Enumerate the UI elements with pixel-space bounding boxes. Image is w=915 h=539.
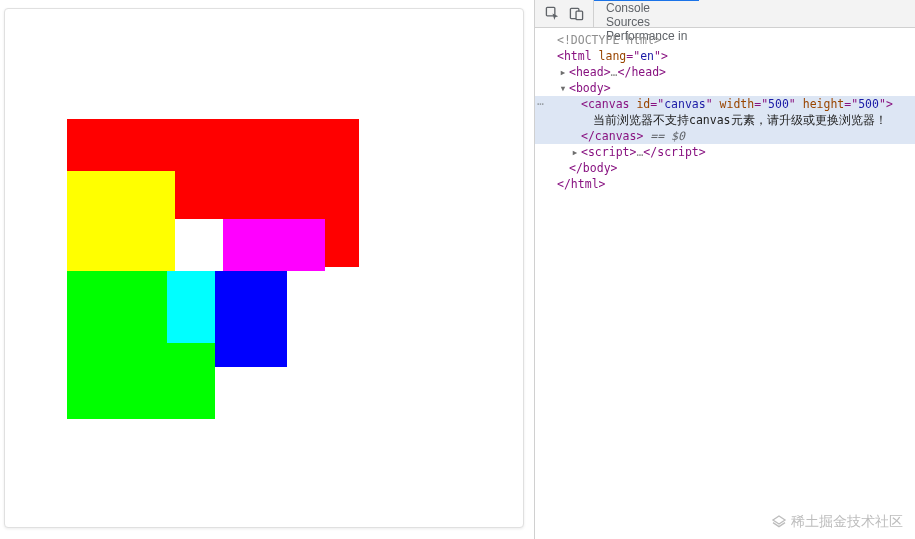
svg-rect-2 [576,11,583,19]
canvas-rect [175,219,223,271]
devtools-tab-console[interactable]: Console [594,1,699,15]
devtools-toolbar-icons [535,0,594,27]
dom-body-close[interactable]: </body> [535,160,915,176]
dom-canvas-textnode[interactable]: 当前浏览器不支持canvas元素，请升级或更换浏览器！ [535,112,915,128]
canvas-rect [167,271,215,343]
canvas-rect [215,271,287,367]
canvas-rect [223,219,325,271]
expand-arrow-icon[interactable]: ▸ [569,144,581,160]
dom-canvas-close[interactable]: </canvas> == $0 [535,128,915,144]
devtools-panel: ElementsConsoleSourcesPerformance in <!D… [535,0,915,539]
dom-head[interactable]: ▸ <head>…</head> [535,64,915,80]
canvas-rect [67,171,175,271]
dom-canvas-open[interactable]: ⋯ <canvas id="canvas" width="500" height… [535,96,915,112]
dom-script[interactable]: ▸ <script>…</script> [535,144,915,160]
inspect-element-icon[interactable] [541,3,563,25]
expand-arrow-icon[interactable]: ▸ [557,64,569,80]
dom-doctype[interactable]: <!DOCTYPE html> [535,32,915,48]
device-toggle-icon[interactable] [565,3,587,25]
dom-body-open[interactable]: ▾ <body> [535,80,915,96]
devtools-tab-sources[interactable]: Sources [594,15,699,29]
selected-node-marker: ⋯ [537,96,545,112]
page-preview [0,0,535,539]
dom-html-close[interactable]: </html> [535,176,915,192]
devtools-tabbar: ElementsConsoleSourcesPerformance in [535,0,915,28]
collapse-arrow-icon[interactable]: ▾ [557,80,569,96]
elements-tree[interactable]: <!DOCTYPE html> <html lang="en"> ▸ <head… [535,28,915,539]
canvas-card [4,8,524,528]
dom-html-open[interactable]: <html lang="en"> [535,48,915,64]
